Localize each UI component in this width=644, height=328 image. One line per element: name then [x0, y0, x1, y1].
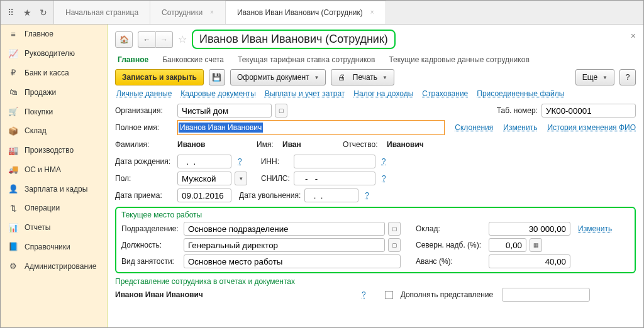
close-icon[interactable]: × — [631, 31, 636, 41]
pos-input[interactable] — [184, 238, 385, 252]
person-icon: 👤 — [8, 184, 18, 194]
print-button[interactable]: 🖨 Печать — [331, 69, 394, 85]
calc-icon[interactable]: ▦ — [530, 238, 542, 252]
toolbar: Записать и закрыть 💾 Оформить документ 🖨… — [115, 69, 636, 85]
snils-input[interactable] — [294, 172, 375, 185]
link-personal[interactable]: Личные данные — [116, 89, 172, 98]
help-link[interactable]: ? — [365, 191, 369, 200]
sidebar-item-operations[interactable]: ⇅Операции — [1, 199, 107, 218]
help-link[interactable]: ? — [238, 157, 242, 166]
picker-icon[interactable]: ▢ — [275, 104, 287, 118]
sidebar-item-sales[interactable]: 🛍Продажи — [1, 82, 107, 102]
dropdown-icon[interactable]: ▾ — [235, 172, 247, 185]
forward-button[interactable]: → — [155, 31, 173, 48]
link-insurance[interactable]: Страхование — [422, 89, 468, 98]
help-button[interactable]: ? — [619, 69, 636, 85]
dept-label: Подразделение: — [121, 224, 180, 233]
help-link[interactable]: ? — [362, 290, 366, 299]
close-icon[interactable]: × — [210, 9, 214, 16]
link-payments[interactable]: Выплаты и учет затрат — [265, 89, 345, 98]
operations-icon: ⇅ — [8, 204, 18, 213]
picker-icon[interactable]: ▢ — [388, 238, 401, 252]
sidebar-item-purchases[interactable]: 🛒Покупки — [1, 102, 107, 121]
advance-input[interactable] — [489, 254, 570, 268]
cart-icon: 🛒 — [8, 107, 18, 116]
sidebar-item-admin[interactable]: ⚙Администрирование — [1, 256, 107, 276]
gear-icon: ⚙ — [8, 261, 18, 271]
hiredate-input[interactable] — [177, 189, 231, 202]
emp-label: Вид занятости: — [121, 257, 180, 266]
link-files[interactable]: Присоединенные файлы — [477, 89, 564, 98]
history-icon[interactable]: ↻ — [37, 6, 50, 19]
factory-icon: 🏭 — [8, 146, 18, 155]
more-button[interactable]: Еще — [575, 69, 614, 85]
save-button[interactable]: 💾 — [209, 69, 225, 85]
home-button[interactable]: 🏠 — [115, 31, 133, 48]
link-declensions[interactable]: Склонения — [455, 123, 493, 132]
sidebar-item-production[interactable]: 🏭Производство — [1, 141, 107, 160]
save-icon: 💾 — [212, 73, 221, 82]
sidebar-item-main[interactable]: ≡Главное — [1, 25, 107, 44]
make-document-button[interactable]: Оформить документ — [230, 69, 326, 85]
help-link[interactable]: ? — [382, 157, 386, 166]
emp-input[interactable] — [184, 254, 401, 268]
link-edit[interactable]: Изменить — [503, 123, 537, 132]
chart-icon: 📈 — [8, 49, 18, 58]
surname-label: Фамилия: — [115, 140, 174, 149]
tab-main[interactable]: Главное — [118, 55, 148, 64]
picker-icon[interactable]: ▢ — [388, 222, 401, 236]
dept-input[interactable] — [184, 222, 385, 236]
app-window: ⠿ ★ ↻ Начальная страница Сотрудники× Ива… — [0, 0, 644, 328]
north-input[interactable] — [489, 238, 526, 252]
tab-employees[interactable]: Сотрудники× — [150, 1, 226, 24]
sidebar-item-assets[interactable]: 🚚ОС и НМА — [1, 160, 107, 179]
tab-employee-card[interactable]: Иванов Иван Иванович (Сотрудник)× — [226, 1, 386, 24]
salary-input[interactable] — [489, 222, 570, 236]
link-hr-docs[interactable]: Кадровые документы — [180, 89, 256, 98]
ruble-icon: ₽ — [8, 68, 18, 77]
favorite-icon[interactable]: ☆ — [178, 33, 187, 45]
name-label: Имя: — [257, 140, 279, 149]
help-link[interactable]: ? — [382, 174, 386, 183]
tab-bank-accounts[interactable]: Банковские счета — [162, 55, 224, 64]
box-icon: 📦 — [8, 126, 18, 136]
name-value: Иван — [282, 140, 339, 149]
sidebar-item-warehouse[interactable]: 📦Склад — [1, 121, 107, 141]
save-close-button[interactable]: Записать и закрыть — [115, 69, 204, 85]
supplement-checkbox[interactable] — [385, 291, 393, 299]
back-button[interactable]: ← — [138, 31, 155, 48]
truck-icon: 🚚 — [8, 165, 18, 174]
org-input[interactable] — [177, 104, 272, 118]
sidebar-item-bank[interactable]: ₽Банк и касса — [1, 63, 107, 83]
tabno-input[interactable] — [541, 104, 636, 118]
star-icon[interactable]: ★ — [21, 6, 33, 19]
page-title: Иванов Иван Иванович (Сотрудник) — [192, 30, 396, 49]
tab-tariff[interactable]: Текущая тарифная ставка сотрудников — [238, 55, 375, 64]
sidebar-item-manager[interactable]: 📈Руководителю — [1, 44, 107, 63]
apps-icon[interactable]: ⠿ — [4, 6, 17, 19]
dob-input[interactable] — [177, 155, 231, 168]
sidebar-item-reports[interactable]: 📊Отчеты — [1, 218, 107, 238]
firedate-input[interactable] — [304, 189, 358, 202]
link-row: Личные данные Кадровые документы Выплаты… — [116, 89, 635, 98]
tab-hr-data[interactable]: Текущие кадровые данные сотрудников — [389, 55, 529, 64]
north-label: Северн. надб. (%): — [416, 241, 485, 249]
close-icon[interactable]: × — [370, 9, 374, 16]
sidebar: ≡Главное 📈Руководителю ₽Банк и касса 🛍Пр… — [1, 25, 108, 327]
sidebar-item-salary[interactable]: 👤Зарплата и кадры — [1, 179, 107, 199]
gender-label: Пол: — [115, 174, 174, 183]
link-tax[interactable]: Налог на доходы — [353, 89, 413, 98]
fullname-input[interactable]: Иванов Иван Иванович — [177, 120, 445, 135]
taskbar: ⠿ ★ ↻ Начальная страница Сотрудники× Ива… — [1, 1, 643, 25]
gender-input[interactable] — [177, 172, 231, 185]
sidebar-item-refs[interactable]: 📘Справочники — [1, 238, 107, 257]
fullname-label: Полное имя: — [115, 123, 174, 132]
tabno-label: Таб. номер: — [497, 106, 538, 115]
supplement-input[interactable] — [502, 288, 590, 302]
inn-input[interactable] — [294, 155, 375, 168]
link-history[interactable]: История изменения ФИО — [547, 123, 636, 132]
link-edit-salary[interactable]: Изменить — [578, 224, 612, 233]
snils-label: СНИЛС: — [261, 174, 290, 183]
tab-home[interactable]: Начальная страница — [54, 1, 150, 24]
dob-label: Дата рождения: — [115, 157, 174, 166]
